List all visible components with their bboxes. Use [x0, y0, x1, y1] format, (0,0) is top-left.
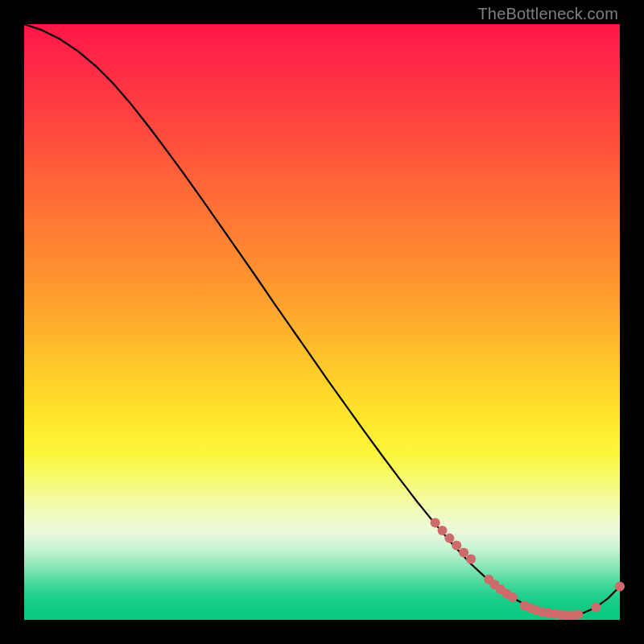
- data-marker: [591, 602, 601, 612]
- data-marker: [466, 555, 476, 564]
- data-marker: [444, 534, 454, 543]
- data-marker: [459, 547, 469, 557]
- watermark-text: TheBottleneck.com: [477, 5, 618, 23]
- chart-overlay: [24, 24, 620, 620]
- chart-stage: TheBottleneck.com: [0, 0, 644, 644]
- data-marker: [431, 518, 440, 527]
- marker-layer: [431, 518, 625, 620]
- bottleneck-curve: [24, 24, 620, 615]
- data-marker: [452, 541, 461, 551]
- data-marker: [508, 592, 518, 602]
- data-marker: [437, 526, 447, 535]
- data-marker: [615, 582, 625, 592]
- data-marker: [573, 609, 583, 619]
- plot-area: [24, 24, 620, 620]
